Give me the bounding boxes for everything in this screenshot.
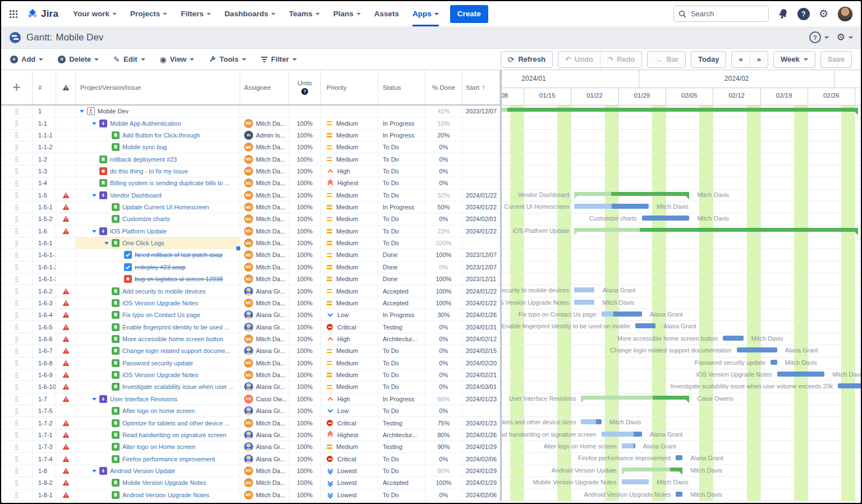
issue-link[interactable]: After logo on home screen bbox=[122, 407, 195, 414]
warning-icon[interactable] bbox=[56, 477, 76, 488]
column-header-status[interactable]: Status bbox=[378, 70, 425, 104]
start-date-cell[interactable]: 2023/12/11 bbox=[462, 273, 500, 285]
assignee-cell[interactable]: Alana Gr... bbox=[240, 345, 289, 356]
start-date-cell[interactable]: 2024/01/26 bbox=[462, 429, 500, 441]
expand-caret-icon[interactable] bbox=[91, 468, 99, 474]
priority-cell[interactable]: Medium bbox=[321, 285, 378, 296]
table-row[interactable]: 1-5-2Customize chartsMDMitch Da...100%Me… bbox=[1, 213, 500, 225]
issue-link[interactable]: Investigate scalability issue when user … bbox=[122, 383, 234, 390]
warning-icon[interactable] bbox=[56, 429, 76, 441]
warning-icon[interactable] bbox=[56, 201, 76, 213]
start-date-cell[interactable] bbox=[462, 405, 500, 416]
drag-handle-icon[interactable] bbox=[15, 384, 18, 390]
priority-cell[interactable]: Medium bbox=[321, 262, 378, 273]
table-row[interactable]: 1-8Android Version UpdateMDMitch Da...10… bbox=[1, 465, 500, 477]
expand-caret-icon[interactable] bbox=[91, 193, 99, 198]
status-cell[interactable]: Architectur... bbox=[378, 429, 425, 441]
expand-caret-icon[interactable] bbox=[91, 396, 99, 402]
drag-handle-icon[interactable] bbox=[15, 492, 18, 498]
drag-handle-icon[interactable] bbox=[15, 240, 18, 246]
percent-done-cell[interactable]: 10% bbox=[425, 117, 462, 129]
assignee-cell[interactable]: MDMitch Da... bbox=[240, 201, 289, 213]
status-cell[interactable]: To Do bbox=[378, 166, 425, 177]
issue-link[interactable]: rollback deployment #23 bbox=[110, 156, 177, 163]
start-date-cell[interactable]: 2023/12/07 bbox=[462, 106, 500, 117]
priority-cell[interactable]: Medium bbox=[321, 297, 378, 309]
percent-done-cell[interactable]: 0% bbox=[425, 166, 462, 177]
add-menu-button[interactable]: +Add bbox=[10, 55, 43, 63]
status-cell[interactable]: To Do bbox=[378, 177, 425, 189]
issue-link[interactable]: iOS Version Upgrade Notes bbox=[122, 300, 198, 306]
column-header-done[interactable]: % Done bbox=[425, 70, 462, 104]
status-cell[interactable]: To Do bbox=[378, 190, 425, 201]
warning-icon[interactable] bbox=[56, 321, 76, 332]
assignee-cell[interactable]: MDMitch Da... bbox=[240, 190, 289, 201]
units-cell[interactable]: 100% bbox=[289, 489, 321, 501]
percent-done-cell[interactable]: 41% bbox=[425, 106, 462, 117]
table-row[interactable]: 1-6-6More accessible home screen buttonM… bbox=[1, 333, 500, 345]
issue-link[interactable]: iOS Version Upgrade Notes bbox=[122, 372, 198, 378]
percent-done-cell[interactable]: 0% bbox=[425, 453, 462, 464]
zoom-range-button[interactable]: Week bbox=[773, 51, 815, 68]
priority-cell[interactable]: Medium bbox=[321, 213, 378, 224]
assignee-cell[interactable]: MDMitch Da... bbox=[240, 177, 289, 189]
issue-cell[interactable]: Billing system is sending duplicate bill… bbox=[76, 177, 240, 189]
warning-icon[interactable] bbox=[56, 417, 76, 428]
table-row[interactable]: 1-2rollback deployment #23MDMitch Da...1… bbox=[1, 153, 500, 165]
issue-link[interactable]: Need rollback of last patch asap bbox=[135, 251, 223, 258]
start-date-cell[interactable]: 2024/01/22 bbox=[462, 226, 500, 237]
gantt-bar[interactable] bbox=[838, 383, 861, 388]
issue-link[interactable]: redeploy #23 asap bbox=[135, 264, 186, 271]
issue-link[interactable]: Android Version Update bbox=[110, 468, 175, 474]
percent-done-cell[interactable]: 100% bbox=[425, 249, 462, 260]
status-cell[interactable]: To Do bbox=[378, 405, 425, 416]
issue-cell[interactable]: More accessible home screen button bbox=[76, 333, 240, 345]
drag-handle-icon[interactable] bbox=[15, 132, 18, 138]
table-row[interactable]: 1-8-2Mobile Version Upgrade NotesMDMitch… bbox=[1, 477, 500, 489]
column-header-priority[interactable]: Priority bbox=[321, 70, 378, 104]
edit-menu-button[interactable]: ✎Edit bbox=[113, 55, 145, 63]
gantt-bar[interactable] bbox=[574, 192, 689, 196]
assignee-cell[interactable]: MDMitch Da... bbox=[240, 489, 289, 501]
issue-cell[interactable]: Mobile sync bug bbox=[76, 141, 240, 153]
percent-done-cell[interactable]: 0% bbox=[425, 358, 462, 369]
nav-item-assets[interactable]: Assets bbox=[374, 1, 399, 26]
percent-done-cell[interactable]: 100% bbox=[425, 273, 462, 285]
drag-handle-icon[interactable] bbox=[15, 252, 18, 258]
nav-item-dashboards[interactable]: Dashboards bbox=[224, 1, 276, 26]
issue-cell[interactable]: Enable fingerprint identity to be used .… bbox=[76, 321, 240, 332]
assignee-cell[interactable]: MDMitch Da... bbox=[240, 262, 289, 273]
drag-handle-icon[interactable] bbox=[15, 360, 18, 366]
assignee-cell[interactable]: MDMitch Da... bbox=[240, 297, 289, 309]
gantt-bar[interactable] bbox=[676, 492, 682, 497]
units-cell[interactable]: 100% bbox=[289, 358, 321, 369]
gantt-bar[interactable] bbox=[723, 336, 743, 341]
delete-menu-button[interactable]: ×Delete bbox=[58, 55, 99, 63]
start-date-cell[interactable]: 2024/02/06 bbox=[462, 453, 500, 464]
assignee-cell[interactable]: COCassi Ow... bbox=[240, 393, 289, 405]
status-cell[interactable]: In Progress bbox=[378, 309, 425, 320]
issue-cell[interactable]: Fix typo on Contact Us page bbox=[76, 309, 240, 320]
user-avatar[interactable] bbox=[837, 6, 853, 22]
units-cell[interactable]: 100% bbox=[289, 117, 321, 129]
gantt-bar[interactable] bbox=[622, 443, 635, 448]
gantt-bar[interactable] bbox=[622, 479, 649, 484]
percent-done-cell[interactable]: 90% bbox=[425, 441, 462, 452]
status-cell[interactable]: In Progress bbox=[378, 117, 425, 129]
warning-icon[interactable] bbox=[56, 345, 76, 356]
percent-done-cell[interactable]: 20% bbox=[425, 130, 462, 141]
issue-cell[interactable]: Mobile App Authentication bbox=[76, 117, 240, 129]
issue-link[interactable]: bug on logistics ui screen 12038 bbox=[135, 276, 223, 282]
units-cell[interactable]: 100% bbox=[289, 393, 321, 405]
drag-handle-icon[interactable] bbox=[15, 204, 18, 210]
priority-cell[interactable]: Medium bbox=[321, 358, 378, 369]
drag-handle-icon[interactable] bbox=[15, 228, 18, 234]
issue-cell[interactable]: iOS Version Upgrade Notes bbox=[76, 297, 240, 309]
assignee-cell[interactable]: AIAdmin Is... bbox=[240, 130, 289, 141]
issue-cell[interactable]: Android Version Update bbox=[76, 465, 240, 476]
assignee-cell[interactable]: MDMitch Da... bbox=[240, 477, 289, 488]
issue-cell[interactable]: do this thing - to fix my issue bbox=[76, 166, 240, 177]
units-cell[interactable]: 100% bbox=[289, 262, 321, 273]
warning-icon[interactable] bbox=[56, 226, 76, 237]
gantt-bar[interactable] bbox=[574, 228, 858, 232]
